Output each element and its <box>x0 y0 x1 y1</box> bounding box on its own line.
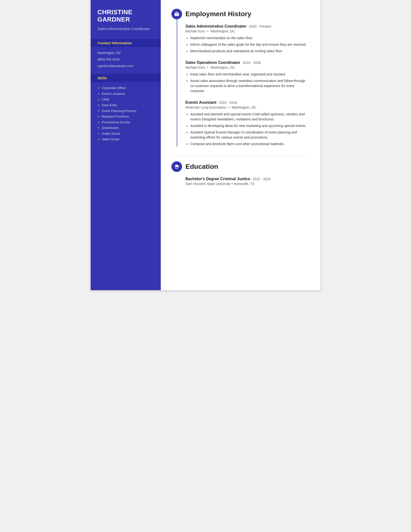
skill-item: Event Planning Process <box>102 109 154 113</box>
skill-item: Data Entry <box>102 103 154 107</box>
job-3-dates: 2015 - 2016 <box>219 101 237 104</box>
job-3-bullets: Assisted and planned and special events … <box>186 112 310 147</box>
skill-item: Event Locations <box>102 92 154 96</box>
edu-1-school: Sam Houston State University • Huntsvill… <box>186 182 310 186</box>
edu-1-degree: Bachelor's Degree Criminal Justice <box>186 177 250 181</box>
skill-item: Corporate Office <box>102 86 154 90</box>
contact-location: Washington, DC <box>97 51 154 55</box>
candidate-name: CHRISTINEGARDNER <box>97 9 154 23</box>
job-1-dates: 2020 - Present <box>249 24 271 28</box>
edu-1-dates: 2012 - 2015 <box>253 177 271 181</box>
employment-section: Employment History Sales Administrative … <box>171 9 310 147</box>
edu-1-title-row: Bachelor's Degree Criminal Justice 2012 … <box>186 177 310 181</box>
skill-item: Sales Goals <box>102 137 154 142</box>
job-1-title-row: Sales Administrative Coordinator 2020 - … <box>186 24 310 28</box>
edu-entry-1: Bachelor's Degree Criminal Justice 2012 … <box>171 177 310 186</box>
contact-phone: (880) 555-6231 <box>97 57 154 62</box>
bullet-item: Assisted in developing ideas for new mar… <box>190 123 310 128</box>
skill-item: Promotional Events <box>102 120 154 124</box>
job-2-title: Sales Operations Coordinator <box>186 60 240 65</box>
employment-header-row: Employment History <box>171 9 310 19</box>
bullet-item: Replenish merchandise on the sales floor… <box>190 36 310 41</box>
contact-email: cgardner@example.com <box>97 64 154 68</box>
job-entry-2: Sales Operations Coordinator 2016 - 2020… <box>171 60 310 94</box>
job-2-bullets: Keep sales floor and merchandise neat, o… <box>186 72 310 94</box>
candidate-title: Sales Administrative Coordinator <box>97 26 154 31</box>
education-icon <box>171 161 182 172</box>
skills-list: Corporate Office Event Locations CRM Dat… <box>97 86 154 141</box>
skill-item: Banquet Functions <box>102 114 154 119</box>
bullet-item: Assisted Special Events Manager in coord… <box>190 130 310 140</box>
bullet-item: Assisted and planned and special events … <box>190 112 310 122</box>
job-entry-1: Sales Administrative Coordinator 2020 - … <box>171 24 310 54</box>
resume-container: CHRISTINEGARDNER Sales Administrative Co… <box>91 0 320 290</box>
svg-rect-0 <box>175 13 179 16</box>
employment-icon <box>171 9 182 19</box>
skill-item: Quickbooks <box>102 126 154 130</box>
job-3-title-row: Events Assistant 2015 - 2016 <box>186 100 310 105</box>
education-section: Education Bachelor's Degree Criminal Jus… <box>171 161 310 186</box>
job-2-company: Michael Kors • Washington, DC <box>186 66 310 69</box>
bullet-item: Keep sales floor and merchandise neat, o… <box>190 72 310 77</box>
section-divider <box>171 155 310 155</box>
bullet-item: Assist sales associates through seamless… <box>190 78 310 94</box>
skill-item: CRM <box>102 97 154 102</box>
skill-item: Audio Visual <box>102 132 154 136</box>
skills-header: Skills <box>91 74 161 82</box>
education-header-row: Education <box>171 161 310 172</box>
job-3-title: Events Assistant <box>186 100 216 105</box>
job-1-company: Michael Kors • Washington, DC <box>186 29 310 33</box>
job-1-bullets: Replenish merchandise on the sales floor… <box>186 36 310 54</box>
main-content: Employment History Sales Administrative … <box>161 0 320 290</box>
contact-info-header: Contact Information <box>91 39 161 47</box>
timeline-line <box>177 19 177 147</box>
job-2-dates: 2016 - 2020 <box>243 61 261 65</box>
bullet-item: Compose and distribute flyers and other … <box>190 142 310 147</box>
employment-section-title: Employment History <box>186 10 251 18</box>
sidebar: CHRISTINEGARDNER Sales Administrative Co… <box>91 0 161 290</box>
bullet-item: Inform colleagues of the sales goals for… <box>190 42 310 47</box>
job-2-title-row: Sales Operations Coordinator 2016 - 2020 <box>186 60 310 65</box>
bullet-item: Merchandised products and maintained an … <box>190 49 310 54</box>
job-1-title: Sales Administrative Coordinator <box>186 24 247 28</box>
job-3-company: American Lung Association • Washington, … <box>186 105 310 109</box>
education-section-title: Education <box>186 163 218 171</box>
job-entry-3: Events Assistant 2015 - 2016 American Lu… <box>171 100 310 147</box>
